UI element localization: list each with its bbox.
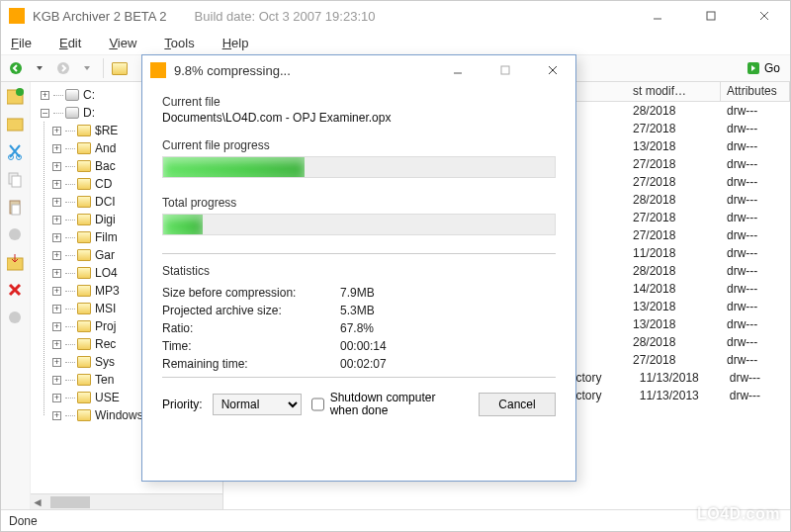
total-progress-label: Total progress — [162, 196, 556, 210]
expand-icon[interactable]: + — [52, 287, 61, 296]
shutdown-checkbox[interactable]: Shutdown computer when done — [311, 392, 440, 417]
cell-modified: 13/2018 — [627, 139, 721, 153]
collapse-icon[interactable]: – — [41, 109, 49, 118]
dialog-title-bar[interactable]: 9.8% compressing... — [142, 55, 575, 85]
expand-icon[interactable]: + — [52, 233, 61, 242]
statistics-table: Size before compression:7.9MBProjected a… — [162, 286, 556, 371]
expand-icon[interactable]: + — [52, 198, 61, 207]
expand-icon[interactable]: + — [52, 162, 61, 171]
expand-icon[interactable]: + — [41, 91, 49, 100]
cell-modified: 27/2018 — [627, 157, 721, 171]
menu-view[interactable]: View — [109, 36, 136, 50]
priority-select[interactable]: Normal — [213, 394, 302, 415]
open-icon[interactable] — [7, 116, 25, 133]
separator — [162, 253, 556, 254]
tree-label: LO4 — [95, 266, 118, 280]
stats-row: Projected archive size:5.3MB — [162, 304, 556, 317]
col-modified[interactable]: st modif… — [627, 82, 721, 101]
back-dropdown-icon[interactable] — [29, 57, 50, 79]
expand-icon[interactable]: + — [52, 251, 61, 260]
back-button[interactable] — [5, 57, 27, 79]
dialog-close-button[interactable] — [538, 59, 568, 81]
open-folder-icon[interactable] — [109, 57, 131, 79]
maximize-button[interactable] — [693, 4, 729, 28]
expand-icon[interactable]: + — [52, 376, 61, 385]
cell-modified: 27/2018 — [627, 228, 721, 242]
expand-icon[interactable]: + — [52, 269, 61, 278]
current-progress-bar — [162, 156, 556, 178]
cell-modified: 27/2018 — [627, 353, 721, 367]
current-file-label: Current file — [162, 95, 556, 109]
stats-label: Projected archive size: — [162, 304, 340, 317]
statistics-label: Statistics — [162, 264, 556, 278]
folder-icon — [77, 231, 91, 243]
expand-icon[interactable]: + — [52, 411, 61, 420]
tree-label: Rec — [95, 337, 116, 351]
shutdown-checkbox-input[interactable] — [311, 398, 324, 411]
expand-icon[interactable]: + — [52, 394, 61, 402]
go-button[interactable]: Go — [741, 61, 786, 75]
svg-point-18 — [9, 311, 21, 323]
cell-attr: drw--- — [721, 335, 790, 349]
forward-dropdown-icon[interactable] — [76, 57, 98, 79]
cut-icon[interactable] — [7, 143, 25, 161]
expand-icon[interactable]: + — [52, 180, 61, 189]
svg-point-5 — [57, 62, 69, 74]
menu-tools[interactable]: Tools — [164, 36, 194, 50]
delete-icon[interactable] — [7, 282, 25, 300]
stats-value: 7.9MB — [340, 286, 375, 300]
extract-icon[interactable] — [7, 254, 25, 272]
refresh-icon[interactable] — [7, 310, 25, 327]
expand-icon[interactable]: + — [52, 127, 61, 135]
stats-label: Remaining time: — [162, 357, 340, 371]
progress-dialog: 9.8% compressing... Current file Documen… — [141, 54, 576, 482]
properties-icon[interactable] — [7, 226, 25, 244]
dialog-maximize-button[interactable] — [490, 59, 520, 81]
expand-icon[interactable]: + — [52, 358, 61, 367]
new-archive-icon[interactable] — [7, 88, 25, 106]
cell-attr: drw--- — [721, 317, 790, 331]
expand-icon[interactable]: + — [52, 144, 61, 153]
expand-icon[interactable]: + — [52, 322, 61, 331]
stats-value: 00:00:14 — [340, 339, 387, 353]
expand-icon[interactable]: + — [52, 216, 61, 224]
dialog-minimize-button[interactable] — [443, 59, 473, 81]
shutdown-label: Shutdown computer when done — [330, 392, 440, 417]
close-button[interactable] — [747, 4, 782, 28]
stats-row: Ratio:67.8% — [162, 321, 556, 335]
minimize-button[interactable] — [640, 4, 675, 28]
menu-help[interactable]: Help — [222, 36, 249, 50]
dialog-footer: Priority: Normal Shutdown computer when … — [162, 392, 556, 417]
forward-button[interactable] — [52, 57, 74, 79]
cell-modified: 13/2018 — [627, 317, 721, 331]
folder-icon — [77, 392, 91, 403]
tree-label: USE — [95, 391, 120, 404]
copy-icon[interactable] — [7, 171, 25, 189]
folder-icon — [77, 285, 91, 297]
menu-file[interactable]: File — [11, 36, 32, 50]
cell-modified: 28/2018 — [627, 264, 721, 278]
cell-modified: 11/2018 — [627, 246, 721, 260]
cell-attr: drw--- — [721, 228, 790, 242]
tree-scrollbar-horizontal[interactable]: ◄ — [31, 493, 222, 509]
go-arrow-icon — [747, 61, 760, 75]
stats-row: Time:00:00:14 — [162, 339, 556, 353]
col-attributes[interactable]: Attributes — [721, 82, 790, 101]
stats-row: Size before compression:7.9MB — [162, 286, 556, 300]
cell-attr: drw--- — [721, 211, 790, 224]
cell-attr: drw--- — [721, 175, 790, 189]
folder-icon — [77, 178, 91, 190]
expand-icon[interactable]: + — [52, 340, 61, 349]
svg-rect-1 — [707, 12, 715, 20]
tree-label: Gar — [95, 248, 115, 262]
cancel-button[interactable]: Cancel — [479, 393, 556, 416]
menu-edit[interactable]: Edit — [59, 36, 81, 50]
tree-label: DCI — [95, 195, 116, 209]
expand-icon[interactable]: + — [52, 305, 61, 313]
tree-label: MSI — [95, 302, 116, 315]
tree-label: Proj — [95, 319, 116, 333]
paste-icon[interactable] — [7, 199, 25, 217]
cell-modified: 28/2018 — [627, 193, 721, 207]
folder-icon — [77, 303, 91, 314]
folder-icon — [77, 356, 91, 368]
